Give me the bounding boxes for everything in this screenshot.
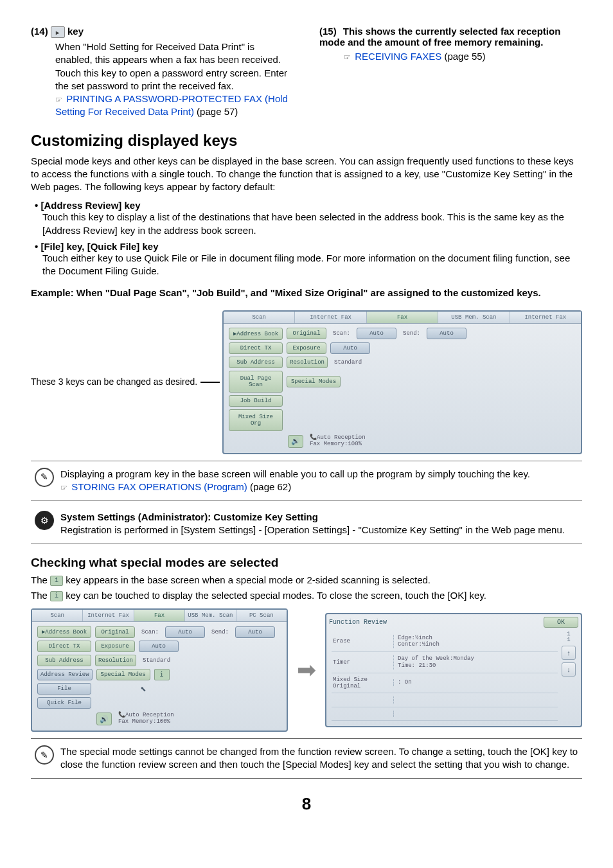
note-program-key: ✎ Displaying a program key in the base s… — [31, 461, 582, 501]
btn2-sub-address[interactable]: Sub Address — [37, 655, 91, 666]
btn-mixed-size-org[interactable]: Mixed Size Org — [229, 409, 283, 431]
btn-original[interactable]: Original — [287, 328, 326, 339]
note1-text: Displaying a program key in the base scr… — [60, 468, 530, 479]
note1-link[interactable]: STORING FAX OPERATIONS (Program) — [71, 481, 247, 492]
paragraph-customizing: Special mode keys and other keys can be … — [31, 155, 582, 194]
info-i-icon: i — [50, 591, 63, 601]
arrow-right-icon: ➡ — [297, 657, 316, 684]
btn-direct-tx[interactable]: Direct TX — [229, 342, 283, 354]
tab2-scan[interactable]: Scan — [32, 610, 83, 621]
tab-scan[interactable]: Scan — [224, 312, 295, 323]
tab-fax[interactable]: Fax — [367, 312, 438, 323]
pointer-icon: ☞ — [344, 53, 351, 62]
speaker-icon[interactable]: 🔊 — [96, 713, 112, 725]
tab2-usb[interactable]: USB Mem. Scan — [185, 610, 236, 621]
rv-empty-row — [332, 693, 558, 707]
page-down-button[interactable]: ↓ — [562, 662, 576, 677]
doc-receive-icon: ▸ — [51, 26, 65, 38]
footer-fax-memory: Fax Memory:100% — [310, 441, 362, 447]
item-14-num: (14) — [31, 26, 48, 37]
tab2-ifax[interactable]: Internet Fax — [83, 610, 134, 621]
footer-auto-reception: Auto Reception — [317, 434, 366, 441]
val2-send-auto: Auto — [235, 626, 275, 638]
footer2-auto-reception: Auto Reception — [125, 712, 174, 718]
rv-mixed-label: Mixed Size Original — [333, 677, 388, 689]
bullet-file-body: Touch either key to use Quick File or Fi… — [42, 252, 582, 278]
page-up-button[interactable]: ↑ — [562, 646, 576, 660]
footer2-fax-memory: Fax Memory:100% — [118, 718, 170, 725]
note1-link-suffix: (page 62) — [247, 481, 291, 492]
pencil-note-icon: ✎ — [35, 468, 54, 487]
rv-erase-label: Erase — [333, 638, 388, 644]
item-14-head: (14) ▸ key — [31, 26, 294, 38]
note2-head: System Settings (Administrator): Customi… — [60, 511, 578, 524]
function-review-panel: Function Review OK Erase Edge:½inch Cent… — [325, 613, 582, 728]
heading-customizing: Customizing displayed keys — [31, 132, 582, 150]
btn2-special-modes[interactable]: Special Modes — [96, 669, 150, 680]
btn-sub-address[interactable]: Sub Address — [229, 357, 283, 368]
item-15-title: This shows the currently selected fax re… — [319, 26, 560, 48]
rv-mixed-value: : On — [393, 679, 556, 686]
btn-special-modes[interactable]: Special Modes — [287, 376, 341, 387]
btn2-direct-tx[interactable]: Direct TX — [37, 641, 91, 652]
item-14-link[interactable]: PRINTING A PASSWORD-PROTECTED FAX (Hold … — [55, 93, 288, 117]
lbl2-send: Send: — [209, 629, 231, 635]
item-15-link[interactable]: RECEIVING FAXES — [355, 51, 441, 62]
rv-timer-label: Timer — [333, 659, 388, 666]
item-14-link-suffix: (page 57) — [194, 106, 238, 117]
rv-empty-row — [332, 707, 558, 722]
info-i-icon: i — [50, 576, 63, 586]
tab-ifax[interactable]: Internet Fax — [295, 312, 366, 323]
note2-body: Registration is performed in [System Set… — [60, 524, 578, 536]
btn2-exposure[interactable]: Exposure — [95, 641, 135, 652]
item-14-linkrow: ☞ PRINTING A PASSWORD-PROTECTED FAX (Hol… — [55, 93, 294, 119]
paragraph-check-1: The i key appears in the base screen whe… — [31, 574, 582, 587]
btn-job-build[interactable]: Job Build — [229, 395, 283, 407]
item-15-num: (15) — [319, 26, 337, 37]
review-title: Function Review — [329, 619, 387, 626]
item-15-link-suffix: (page 55) — [441, 51, 485, 62]
pointer-icon: ☞ — [55, 95, 62, 104]
page-indicator: 1 1 — [567, 632, 570, 643]
heading-checking: Checking what special modes are selected — [31, 556, 582, 570]
btn-dual-page-scan[interactable]: Dual Page Scan — [229, 371, 283, 393]
btn2-resolution[interactable]: Resolution — [95, 655, 136, 666]
note-system-settings: ⚙ System Settings (Administrator): Custo… — [31, 504, 582, 544]
tab2-fax[interactable]: Fax — [134, 610, 185, 621]
pencil-note-icon: ✎ — [35, 745, 54, 765]
btn-exposure[interactable]: Exposure — [287, 342, 326, 354]
speaker-icon[interactable]: 🔊 — [288, 435, 303, 448]
bullet-address-review-body: Touch this key to display a list of the … — [42, 211, 582, 237]
val2-scan-auto: Auto — [165, 626, 205, 638]
tab-ifax2[interactable]: Internet Fax — [510, 312, 581, 323]
cursor-icon: ⬉ — [140, 685, 147, 695]
info-i-button[interactable]: i — [154, 669, 170, 680]
btn2-original[interactable]: Original — [95, 626, 135, 638]
example-heading: Example: When "Dual Page Scan", "Job Bui… — [31, 287, 582, 299]
tab-usb[interactable]: USB Mem. Scan — [438, 312, 510, 323]
pointer-icon: ☞ — [60, 483, 67, 492]
note3-text: The special mode settings cannot be chan… — [60, 746, 578, 770]
tab2-pc[interactable]: PC Scan — [236, 610, 287, 621]
btn-resolution[interactable]: Resolution — [287, 357, 328, 368]
val-send-auto: Auto — [427, 328, 466, 339]
rv-timer-value: Day of the Week:Monday Time: 21:30 — [393, 655, 556, 669]
lbl2-scan: Scan: — [139, 629, 161, 635]
rv-erase-value: Edge:½inch Center:½inch — [393, 635, 556, 649]
btn-address-book[interactable]: ▶Address Book — [229, 328, 283, 340]
ok-button[interactable]: OK — [544, 617, 578, 628]
btn2-address-book[interactable]: ▶Address Book — [37, 626, 91, 638]
val2-exposure-auto: Auto — [139, 641, 179, 652]
item-15-head: (15) This shows the currently selected f… — [319, 26, 582, 48]
btn2-address-review[interactable]: Address Review — [37, 669, 93, 680]
keys-caption: These 3 keys can be changed as desired. — [31, 376, 198, 387]
val-resolution-standard: Standard — [332, 359, 364, 366]
note-function-review: ✎ The special mode settings cannot be ch… — [31, 738, 582, 779]
val2-resolution-standard: Standard — [140, 657, 173, 664]
bullet-address-review-head: • [Address Review] key — [35, 200, 582, 211]
item-15-linkrow: ☞ RECEIVING FAXES (page 55) — [344, 50, 582, 63]
btn2-quick-file[interactable]: Quick File — [37, 697, 91, 709]
lbl-send: Send: — [400, 330, 423, 337]
mock-panel-2: Scan Internet Fax Fax USB Mem. Scan PC S… — [31, 608, 288, 732]
btn2-file[interactable]: File — [37, 683, 91, 695]
